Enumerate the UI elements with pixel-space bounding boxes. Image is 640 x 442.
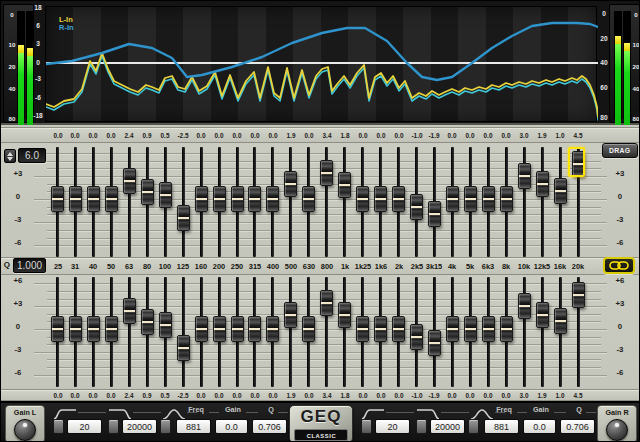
band-gain-readout: 0.0 [372, 392, 390, 399]
band-2k-slider-top[interactable] [392, 186, 405, 212]
bell-gain-box[interactable]: 0.0 [215, 419, 248, 434]
band-3k15-slider-bottom[interactable] [428, 330, 441, 356]
band-80-slider-bottom[interactable] [141, 309, 154, 335]
filter-controls-left: 2020000Freq881Gain0.0Q0.706 [49, 403, 293, 442]
band-25-slider-bottom[interactable] [51, 316, 64, 342]
band-125-slider-bottom[interactable] [177, 335, 190, 361]
bell-enable-button[interactable] [160, 419, 171, 434]
band-1k25-slider-top[interactable] [356, 186, 369, 212]
hpf-frequency-box[interactable]: 20 [375, 419, 410, 434]
band-6k3-slider-top[interactable] [482, 186, 495, 212]
band-31-slider-bottom[interactable] [69, 316, 82, 342]
band-31-slider-top[interactable] [69, 186, 82, 212]
band-500-slider-top[interactable] [284, 171, 297, 197]
band-8k-slider-top[interactable] [500, 186, 513, 212]
bell-gain-box[interactable]: 0.0 [523, 419, 556, 434]
band-1k-slider-bottom[interactable] [338, 302, 351, 328]
bell-q-box[interactable]: 0.706 [560, 419, 595, 434]
band-63-slider-top[interactable] [123, 168, 136, 194]
bell-frequency-box[interactable]: 881 [176, 419, 211, 434]
band-40-slider-bottom[interactable] [87, 316, 100, 342]
lpf-enable-button[interactable] [416, 419, 427, 434]
drag-button[interactable]: DRAG [602, 143, 638, 158]
band-50-slider-top[interactable] [105, 186, 118, 212]
db-tick-line [34, 222, 607, 223]
band-12k5-slider-bottom[interactable] [536, 302, 549, 328]
band-16k-slider-bottom[interactable] [554, 308, 567, 334]
lpf-frequency-box[interactable]: 20000 [430, 419, 465, 434]
hpf-enable-button[interactable] [361, 419, 372, 434]
link-l-r-button[interactable] [603, 257, 635, 274]
band-gain-readout: 0.0 [354, 392, 372, 399]
band-gain-readout: 0.0 [479, 392, 497, 399]
band-125-slider-top[interactable] [177, 205, 190, 231]
lpf-enable-button[interactable] [108, 419, 119, 434]
band-800-slider-bottom[interactable] [320, 290, 333, 316]
band-gain-readout: 0.0 [461, 392, 479, 399]
row-scale-label: +3 [611, 299, 628, 308]
band-160-slider-top[interactable] [195, 186, 208, 212]
band-4k-slider-bottom[interactable] [446, 316, 459, 342]
band-8k-slider-bottom[interactable] [500, 316, 513, 342]
row-scale-label: +3 [9, 299, 26, 308]
band-630-slider-bottom[interactable] [302, 316, 315, 342]
band-100-slider-bottom[interactable] [159, 312, 172, 338]
band-1k25-slider-bottom[interactable] [356, 316, 369, 342]
band-160-slider-bottom[interactable] [195, 316, 208, 342]
band-gain-readout: 0.0 [228, 392, 246, 399]
band-800-slider-top[interactable] [320, 160, 333, 186]
range-stepper[interactable] [4, 149, 16, 163]
band-63-slider-bottom[interactable] [123, 298, 136, 324]
band-315-slider-bottom[interactable] [248, 316, 261, 342]
band-80-slider-top[interactable] [141, 179, 154, 205]
q-value-box[interactable]: 1.000 [13, 258, 46, 273]
band-5k-slider-bottom[interactable] [464, 316, 477, 342]
band-400-slider-top[interactable] [266, 186, 279, 212]
band-10k-slider-bottom[interactable] [518, 293, 531, 319]
band-630-slider-top[interactable] [302, 186, 315, 212]
band-100-slider-top[interactable] [159, 182, 172, 208]
band-315-slider-top[interactable] [248, 186, 261, 212]
band-50-slider-bottom[interactable] [105, 316, 118, 342]
range-value-box[interactable]: 6.0 [18, 148, 46, 163]
band-gain-readout: 0.0 [264, 392, 282, 399]
band-gain-readout: 0.0 [372, 132, 390, 139]
band-gain-readout: 0.0 [49, 392, 67, 399]
band-20k-slider-bottom[interactable] [572, 282, 585, 308]
band-1k6-slider-bottom[interactable] [374, 316, 387, 342]
band-gain-readout: 1.9 [533, 132, 551, 139]
band-250-slider-bottom[interactable] [231, 316, 244, 342]
band-10k-slider-top[interactable] [518, 163, 531, 189]
band-2k-slider-bottom[interactable] [392, 316, 405, 342]
band-gain-readout: 0.5 [156, 392, 174, 399]
band-400-slider-bottom[interactable] [266, 316, 279, 342]
band-gain-readout: 0.0 [354, 132, 372, 139]
band-5k-slider-top[interactable] [464, 186, 477, 212]
lpf-frequency-box[interactable]: 20000 [122, 419, 157, 434]
band-200-slider-bottom[interactable] [213, 316, 226, 342]
band-slider-track [343, 277, 346, 386]
band-1k-slider-top[interactable] [338, 172, 351, 198]
band-2k5-slider-top[interactable] [410, 194, 423, 220]
band-4k-slider-top[interactable] [446, 186, 459, 212]
bell-frequency-box[interactable]: 881 [484, 419, 519, 434]
band-1k6-slider-top[interactable] [374, 186, 387, 212]
bell-q-box[interactable]: 0.706 [252, 419, 287, 434]
band-slider-track [343, 147, 346, 257]
band-3k15-slider-top[interactable] [428, 201, 441, 227]
band-40-slider-top[interactable] [87, 186, 100, 212]
band-200-slider-top[interactable] [213, 186, 226, 212]
hpf-frequency-box[interactable]: 20 [67, 419, 102, 434]
band-12k5-slider-top[interactable] [536, 171, 549, 197]
meter-scale-label: 20 [627, 63, 640, 70]
hpf-enable-button[interactable] [53, 419, 64, 434]
band-6k3-slider-bottom[interactable] [482, 316, 495, 342]
band-2k5-slider-bottom[interactable] [410, 324, 423, 350]
bell-enable-button[interactable] [468, 419, 479, 434]
band-16k-slider-top[interactable] [554, 178, 567, 204]
gain-l-knob[interactable] [14, 419, 36, 441]
gain-r-knob[interactable] [606, 419, 628, 441]
band-500-slider-bottom[interactable] [284, 302, 297, 328]
band-25-slider-top[interactable] [51, 186, 64, 212]
band-250-slider-top[interactable] [231, 186, 244, 212]
